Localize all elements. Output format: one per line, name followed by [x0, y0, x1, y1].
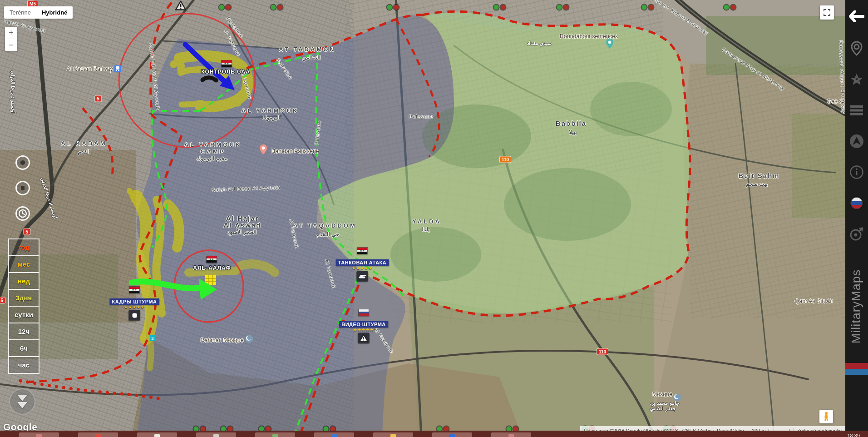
taskbar-app-9-icon: [508, 434, 514, 437]
pan-down-button[interactable]: [9, 388, 35, 415]
taskbar-app-4-icon: [213, 434, 219, 437]
taskbar-app-1[interactable]: [19, 432, 59, 437]
pegman-control[interactable]: [819, 410, 833, 423]
sidebar-item-favorites[interactable]: [845, 64, 868, 95]
brand-stripe-blue: [845, 369, 868, 375]
time-filter-label: 3дня: [16, 294, 32, 302]
taskbar-app-3-icon: [154, 434, 160, 437]
zoom-in-button[interactable]: +: [5, 27, 17, 39]
zoom-out-button[interactable]: −: [5, 39, 17, 51]
taskbar-app-1-icon: [36, 434, 42, 437]
fullscreen-button[interactable]: [820, 5, 834, 20]
taskbar-app-5-icon: [272, 434, 278, 437]
sidebar-item-navigation[interactable]: [845, 126, 868, 157]
taskbar-app-8-icon: [449, 434, 455, 437]
chevron-down-icon: [17, 402, 27, 408]
time-filter-год[interactable]: год: [8, 238, 39, 256]
layers-menu-icon: [850, 105, 863, 116]
zoom-control: + −: [5, 27, 17, 51]
militarymaps-app: AL KADAMالقدمAT TADAMONالتضامنAL YARMOUK…: [0, 0, 868, 437]
taskbar-app-3[interactable]: [137, 432, 177, 437]
sidebar-item-compass[interactable]: [845, 218, 868, 249]
time-filter-label: нед: [18, 277, 30, 285]
compass-route-icon: [849, 226, 864, 242]
taskbar-clock: 18:39: [847, 433, 860, 437]
language-flag-russia-icon: [849, 196, 864, 210]
time-filter-label: мес: [18, 260, 30, 268]
brand-wordmark: MilitaryMaps: [819, 249, 868, 363]
globe-icon: [19, 159, 26, 166]
map-canvas[interactable]: [0, 0, 868, 437]
taskbar-app-5[interactable]: [255, 432, 295, 437]
favorites-star-icon: [850, 73, 863, 86]
sidebar-item-info[interactable]: [845, 157, 868, 188]
taskbar-app-8[interactable]: [432, 432, 472, 437]
taskbar-app-6[interactable]: [314, 432, 354, 437]
taskbar-app-4[interactable]: [196, 432, 236, 437]
time-filter-6ч[interactable]: 6ч: [8, 339, 39, 357]
os-taskbar: 18:39: [0, 431, 868, 437]
sidebar-item-locations[interactable]: [845, 33, 868, 64]
taskbar-app-9[interactable]: [491, 432, 531, 437]
time-filter-сутки[interactable]: сутки: [8, 306, 39, 323]
taskbar-app-2-icon: [95, 434, 101, 437]
time-filter-list: годмеснед3днясутки12ч6ччас: [8, 239, 39, 374]
time-filter-нед[interactable]: нед: [8, 272, 39, 290]
sidebar-item-list[interactable]: [845, 95, 868, 126]
time-filter-label: час: [18, 361, 30, 369]
pegman-icon: [823, 412, 830, 422]
time-filter-час[interactable]: час: [8, 356, 39, 374]
taskbar-app-6-icon: [331, 434, 337, 437]
map-type-terrain-button[interactable]: Terénne: [4, 6, 36, 19]
chevron-down-icon: [17, 395, 27, 401]
marker-mode-button[interactable]: [15, 181, 30, 195]
back-arrow-icon: [849, 10, 864, 22]
taskbar-app-7-icon: [390, 434, 396, 437]
sidebar-item-language[interactable]: [845, 188, 868, 218]
fullscreen-icon: [824, 9, 830, 16]
time-filter-label: 6ч: [20, 344, 28, 352]
time-filter-label: сутки: [15, 311, 33, 318]
militarymaps-sidebar: MilitaryMaps: [845, 0, 868, 437]
globe-layers-button[interactable]: [15, 155, 30, 170]
map-type-control: Terénne Hybridné: [4, 6, 73, 19]
brand-stripe-red: [845, 363, 868, 369]
history-clock-button[interactable]: [15, 206, 30, 221]
back-button[interactable]: [845, 0, 868, 33]
time-filter-12ч[interactable]: 12ч: [8, 323, 39, 340]
time-filter-мес[interactable]: мес: [8, 255, 39, 273]
taskbar-app-2[interactable]: [78, 432, 118, 437]
location-pin-icon: [851, 41, 863, 56]
time-filter-label: 12ч: [18, 328, 30, 335]
marker-mode-icon: [19, 184, 26, 192]
info-icon: [850, 165, 863, 179]
brand-text: MilitaryMaps: [850, 269, 864, 343]
time-filter-3дня[interactable]: 3дня: [8, 289, 39, 307]
clock-icon: [18, 209, 27, 218]
map-type-hybrid-button[interactable]: Hybridné: [36, 6, 73, 19]
taskbar-app-7[interactable]: [373, 432, 413, 437]
time-filter-label: год: [18, 243, 30, 251]
navigation-arrow-icon: [849, 134, 864, 149]
